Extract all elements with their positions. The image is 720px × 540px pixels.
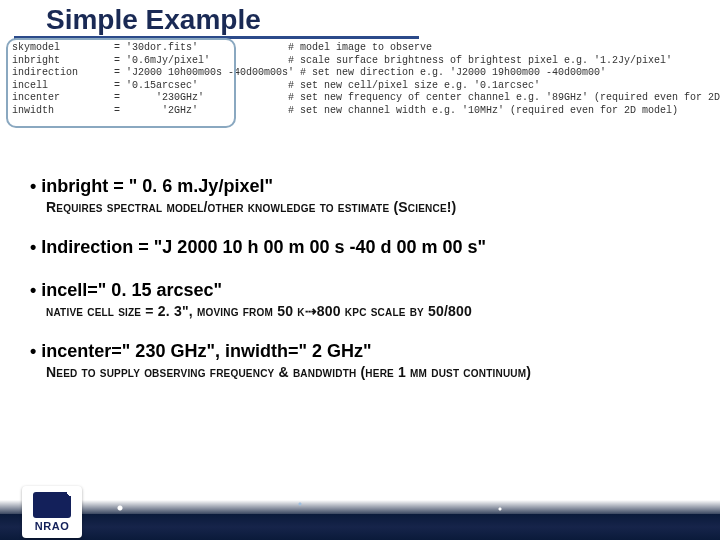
bullet-item: • Indirection = "J 2000 10 h 00 m 00 s -… [30,237,690,258]
bullet-main: • Indirection = "J 2000 10 h 00 m 00 s -… [30,237,690,258]
code-line: inwidth = '2GHz' # set new channel width… [12,105,712,118]
code-line: incenter = '230GHz' # set new frequency … [12,92,712,105]
code-block: skymodel = '30dor.fits' # model image to… [12,42,712,117]
code-line: incell = '0.15arcsec' # set new cell/pix… [12,80,712,93]
bullet-sub: Requires spectral model/other knowledge … [46,199,690,215]
slide-title: Simple Example [14,0,419,39]
bullet-item: • incenter=" 230 GHz", inwidth=" 2 GHz" … [30,341,690,380]
bullet-sub: native cell size = 2. 3", moving from 50… [46,303,690,319]
code-line: inbright = '0.6mJy/pixel' # scale surfac… [12,55,712,68]
bullet-main: • inbright = " 0. 6 m.Jy/pixel" [30,176,690,197]
bullet-list: • inbright = " 0. 6 m.Jy/pixel" Requires… [30,176,690,402]
bullet-sub: Need to supply observing frequency & ban… [46,364,690,380]
code-line: skymodel = '30dor.fits' # model image to… [12,42,712,55]
footer: NRAO [0,482,720,540]
nrao-logo: NRAO [22,486,82,538]
logo-text: NRAO [35,520,69,532]
code-line: indirection = 'J2000 10h00m00s -40d00m00… [12,67,712,80]
bullet-item: • inbright = " 0. 6 m.Jy/pixel" Requires… [30,176,690,215]
bullet-main: • incenter=" 230 GHz", inwidth=" 2 GHz" [30,341,690,362]
footer-band [0,514,720,540]
logo-icon [33,492,71,518]
bullet-main: • incell=" 0. 15 arcsec" [30,280,690,301]
bullet-item: • incell=" 0. 15 arcsec" native cell siz… [30,280,690,319]
